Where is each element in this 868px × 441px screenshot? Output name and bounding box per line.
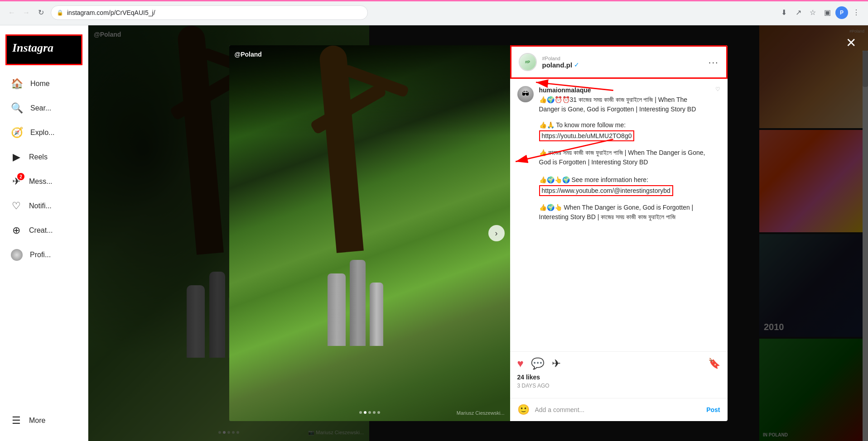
sidebar-item-more[interactable]: ☰ More (5, 409, 82, 432)
sidebar-item-profile[interactable]: Profi... (5, 244, 82, 266)
nav-buttons: ← → ↻ (5, 6, 47, 19)
caption-body: humaionmalaque 👍🌍⏰⏰31 কাজের সময় কাজী কা… (539, 86, 710, 222)
explore-icon: 🧭 (11, 127, 23, 139)
lock-icon: 🔒 (57, 10, 63, 16)
instagram-page: Instagra 🏠 Home 🔍 Sear... 🧭 Explo... ▶ R… (0, 25, 868, 441)
browser-profile-avatar[interactable]: P (835, 6, 848, 19)
browser-actions: ⬇ ↗ ☆ ▣ P ⋮ (777, 6, 863, 19)
add-comment-area: 🙂 Post (510, 398, 728, 421)
sidebar-item-label-messages: Mess... (29, 177, 53, 186)
caption-like-icon[interactable]: ♡ (715, 86, 720, 92)
likes-count: 24 likes (517, 374, 720, 381)
comment-input[interactable] (535, 406, 701, 413)
emoji-picker-button[interactable]: 🙂 (517, 404, 530, 416)
modal-content-side: #P #Poland poland.pl ✓ ··· (510, 45, 728, 421)
url-2[interactable]: https://www.youtube.com/@interestingstor… (539, 185, 673, 196)
more-icon: ☰ (11, 415, 22, 427)
see-more-text: 👍🌍👆🌍 See more information here: (539, 175, 710, 185)
browser-chrome: ← → ↻ 🔒 instagram.com/p/CrVEqAUI5_j/ ⬇ ↗… (0, 0, 868, 25)
forward-button[interactable]: → (20, 6, 33, 19)
like-button[interactable]: ♥ (517, 357, 524, 370)
verified-checkmark-icon: ✓ (574, 61, 579, 68)
sidebar-item-create[interactable]: ⊕ Creat... (5, 219, 82, 242)
more-options-button[interactable]: ··· (709, 57, 719, 67)
modal-dot-4 (373, 411, 376, 414)
modal-overlay[interactable]: @Poland › Mariusz Cieszewski... (88, 25, 868, 441)
loading-bar (0, 0, 868, 1)
account-name-row: #Poland (542, 56, 580, 61)
url-1[interactable]: https://youtu.be/uMLMU2TO8g0 (539, 130, 635, 141)
account-tag: #Poland (542, 56, 560, 61)
caption-3: 👍🌍👆 When The Danger is Gone, God is Forg… (539, 203, 710, 222)
bookmark-icon[interactable]: ☆ (806, 6, 819, 19)
modal-rock-3 (370, 283, 383, 346)
commenter-avatar: 🕶 (517, 86, 534, 102)
create-icon: ⊕ (11, 225, 22, 236)
sidebar-item-label-profile: Profi... (30, 251, 51, 259)
account-avatar: #P (520, 54, 536, 70)
sidebar-item-explore[interactable]: 🧭 Explo... (5, 121, 82, 144)
modal-dot-2 (364, 411, 366, 414)
search-icon: 🔍 (11, 102, 23, 114)
download-icon[interactable]: ⬇ (777, 6, 790, 19)
profile-icon (11, 249, 23, 261)
commenter-avatar-img: 🕶 (517, 86, 534, 102)
sidebar-item-reels[interactable]: ▶ Reels (5, 146, 82, 168)
post-actions: ♥ 💬 ✈ 🔖 24 likes 3 DAYS AGO (510, 351, 728, 398)
modal-carousel-dots (359, 411, 380, 414)
sidebar: Instagra 🏠 Home 🔍 Sear... 🧭 Explo... ▶ R… (0, 25, 88, 441)
modal-dot-3 (368, 411, 371, 414)
account-name-verified: poland.pl ✓ (542, 61, 580, 69)
sidebar-item-messages[interactable]: ✈ Mess... 2 (5, 170, 82, 193)
commenter-username: humaionmalaque (539, 86, 591, 94)
post-modal: @Poland › Mariusz Cieszewski... (229, 45, 728, 421)
instagram-logo: Instagra (5, 34, 82, 65)
reels-icon: ▶ (11, 151, 22, 163)
sidebar-item-label-create: Creat... (29, 226, 53, 235)
account-header: #P #Poland poland.pl ✓ ··· (510, 45, 728, 79)
account-info: #Poland poland.pl ✓ (542, 56, 580, 69)
comment-button[interactable]: 💬 (531, 357, 545, 370)
modal-image-side: @Poland › Mariusz Cieszewski... (229, 45, 510, 421)
modal-at-poland-label: @Poland (235, 51, 262, 58)
url-1-box: https://youtu.be/uMLMU2TO8g0 (539, 132, 710, 140)
home-icon: 🏠 (11, 78, 23, 90)
save-button[interactable]: 🔖 (708, 358, 720, 369)
share-button[interactable]: ✈ (552, 357, 561, 370)
address-bar[interactable]: 🔒 instagram.com/p/CrVEqAUI5_j/ (51, 5, 368, 20)
action-icons-row: ♥ 💬 ✈ 🔖 (517, 357, 720, 370)
modal-carousel-next[interactable]: › (488, 225, 505, 241)
main-content: @Poland › 📷 Mariusz Cieszewski... #Polan… (88, 25, 868, 441)
sidebar-item-label-search: Sear... (30, 104, 51, 112)
sidebar-item-label-reels: Reels (29, 153, 48, 161)
account-avatar-container: #P (519, 53, 537, 71)
modal-watermark: Mariusz Cieszewski... (457, 410, 505, 416)
messages-badge: 2 (17, 173, 24, 180)
share-icon[interactable]: ↗ (792, 6, 805, 19)
caption-text: 👍🌍⏰⏰31 কাজের সময় কাজী কাজ ফুরাইলে পাজি … (539, 95, 710, 114)
post-comment-button[interactable]: Post (706, 406, 720, 413)
modal-dot-1 (359, 411, 362, 414)
sidebar-item-search[interactable]: 🔍 Sear... (5, 97, 82, 120)
account-name: poland.pl (542, 61, 573, 69)
follow-text: 👍🙏 To know more follow me: (539, 120, 710, 130)
back-button[interactable]: ← (5, 6, 18, 19)
notifications-icon: ♡ (11, 200, 22, 212)
sidebar-item-notifications[interactable]: ♡ Notifi... (5, 195, 82, 217)
post-comments-area[interactable]: 🕶 humaionmalaque 👍🌍⏰⏰31 কাজের সময় কাজী … (510, 79, 728, 351)
caption-2: 👍 কাজের সময় কাজী কাজ ফুরাইলে পাজি | Whe… (539, 148, 710, 167)
modal-rock-1 (328, 273, 346, 346)
modal-nature-image (229, 45, 510, 421)
sidebar-item-label-home: Home (30, 80, 50, 88)
split-screen-icon[interactable]: ▣ (821, 6, 834, 19)
refresh-button[interactable]: ↻ (34, 6, 47, 19)
modal-rock-2 (350, 260, 366, 346)
sidebar-item-label-explore: Explo... (30, 129, 54, 137)
menu-icon[interactable]: ⋮ (850, 6, 863, 19)
post-time: 3 DAYS AGO (517, 383, 720, 389)
modal-close-button[interactable]: ✕ (843, 34, 859, 51)
sidebar-item-home[interactable]: 🏠 Home (5, 72, 82, 95)
modal-dot-5 (377, 411, 380, 414)
caption-item: 🕶 humaionmalaque 👍🌍⏰⏰31 কাজের সময় কাজী … (517, 86, 720, 222)
sidebar-item-label-more: More (29, 417, 45, 425)
